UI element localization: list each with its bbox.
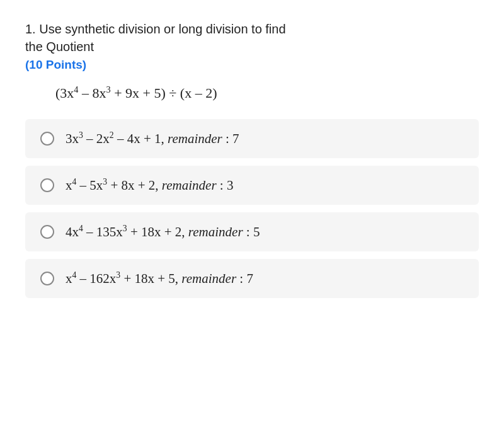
option-a-text: 3x3 – 2x2 – 4x + 1, remainder : 7	[66, 130, 239, 147]
question-title-line2: the Quotient	[25, 40, 94, 54]
option-c[interactable]: 4x4 – 135x3 + 18x + 2, remainder : 5	[25, 212, 479, 251]
option-b[interactable]: x4 – 5x3 + 8x + 2, remainder : 3	[25, 166, 479, 205]
option-d[interactable]: x4 – 162x3 + 18x + 5, remainder : 7	[25, 259, 479, 298]
question-header: 1. Use synthetic division or long divisi…	[25, 20, 479, 72]
options-list: 3x3 – 2x2 – 4x + 1, remainder : 7 x4 – 5…	[25, 119, 479, 298]
question-points: (10 Points)	[25, 58, 479, 72]
radio-a[interactable]	[40, 132, 54, 146]
radio-c[interactable]	[40, 225, 54, 239]
question-container: 1. Use synthetic division or long divisi…	[25, 20, 479, 298]
question-title-line1: Use synthetic division or long division …	[39, 22, 285, 36]
option-b-text: x4 – 5x3 + 8x + 2, remainder : 3	[66, 177, 233, 193]
question-expression: (3x4 – 8x3 + 9x + 5) ÷ (x – 2)	[55, 84, 479, 101]
option-d-text: x4 – 162x3 + 18x + 5, remainder : 7	[66, 270, 253, 287]
option-c-text: 4x4 – 135x3 + 18x + 2, remainder : 5	[66, 224, 260, 240]
option-a[interactable]: 3x3 – 2x2 – 4x + 1, remainder : 7	[25, 119, 479, 158]
radio-b[interactable]	[40, 178, 54, 192]
question-title: 1. Use synthetic division or long divisi…	[25, 20, 479, 55]
radio-d[interactable]	[40, 272, 54, 285]
question-number: 1.	[25, 22, 36, 36]
